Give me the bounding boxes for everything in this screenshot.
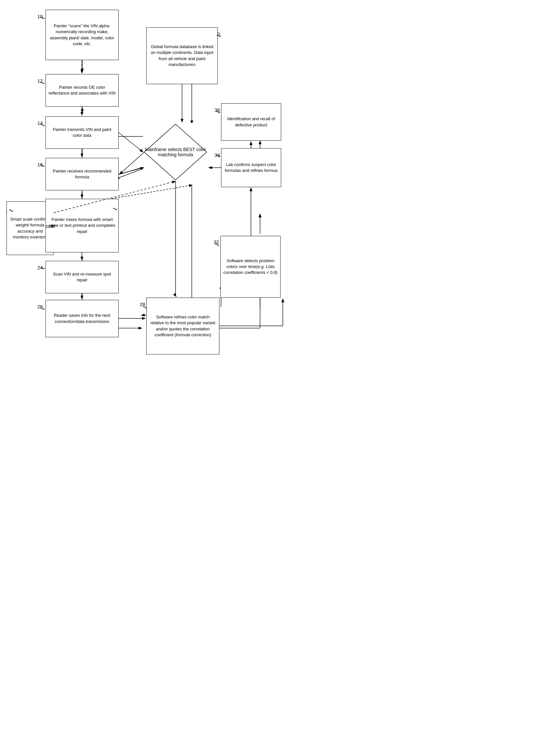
box-20: Painter mixes formula with smart scale o… bbox=[45, 199, 119, 252]
label-12: 12 bbox=[37, 78, 43, 83]
label-14: 14 bbox=[37, 120, 43, 126]
label-26: 26 bbox=[37, 304, 43, 309]
box-34: Lab confirms suspect color formulas and … bbox=[221, 148, 281, 187]
label-36: 36 bbox=[214, 107, 220, 113]
label-16: 16 bbox=[37, 162, 43, 167]
flowchart-diagram: 10 Painter "scans" the VIN alpha-numeric… bbox=[0, 0, 328, 715]
box-10-text: Painter "scans" the VIN alpha-numericall… bbox=[48, 23, 116, 47]
box-28-text: Software refines color match relative to… bbox=[149, 314, 216, 338]
label-10: 10 bbox=[37, 14, 43, 19]
box-22-text: Smart scale confirms weight/ formula acc… bbox=[9, 216, 51, 240]
box-26: Reader saves info for the next connectio… bbox=[45, 300, 119, 337]
svg-line-40 bbox=[175, 296, 176, 297]
box-16-text: Painter receives recommended formula bbox=[48, 168, 116, 180]
box-14-text: Painter transmits VIN and paint color da… bbox=[48, 127, 116, 138]
svg-line-26 bbox=[119, 133, 143, 152]
box-30-text: Global formula database is linked on mul… bbox=[149, 44, 215, 68]
box-24: Scan VIN and re-measure spot repair bbox=[45, 261, 119, 293]
label-32: 32 bbox=[213, 239, 219, 245]
box-32: Software detects problem colors over tim… bbox=[220, 236, 281, 298]
box-34-text: Lab confirms suspect color formulas and … bbox=[224, 162, 278, 173]
box-28: Software refines color match relative to… bbox=[146, 298, 219, 354]
box-12-text: Painter records OE color reflectance and… bbox=[48, 84, 116, 96]
box-10: Painter "scans" the VIN alpha-numericall… bbox=[45, 10, 119, 60]
svg-line-28 bbox=[120, 152, 144, 174]
box-16: Painter receives recommended formula bbox=[45, 158, 119, 190]
box-24-text: Scan VIN and re-measure spot repair bbox=[48, 271, 116, 283]
box-14: Painter transmits VIN and paint color da… bbox=[45, 116, 119, 149]
label-28: 28 bbox=[140, 301, 145, 307]
label-34: 34 bbox=[214, 152, 220, 158]
box-30: Global formula database is linked on mul… bbox=[146, 27, 218, 84]
box-20-text: Painter mixes formula with smart scale o… bbox=[48, 217, 116, 235]
box-36: Identification and recall of defective p… bbox=[221, 103, 281, 141]
box-36-text: Identification and recall of defective p… bbox=[224, 116, 278, 128]
svg-marker-22 bbox=[144, 124, 207, 180]
label-24: 24 bbox=[37, 265, 43, 270]
svg-line-37 bbox=[119, 168, 144, 174]
diamond-mainframe: Mainframe selects BEST color matching fo… bbox=[143, 123, 208, 181]
box-26-text: Reader saves info for the next connectio… bbox=[48, 313, 116, 324]
box-12: Painter records OE color reflectance and… bbox=[45, 74, 119, 107]
box-32-text: Software detects problem colors over tim… bbox=[223, 258, 278, 276]
